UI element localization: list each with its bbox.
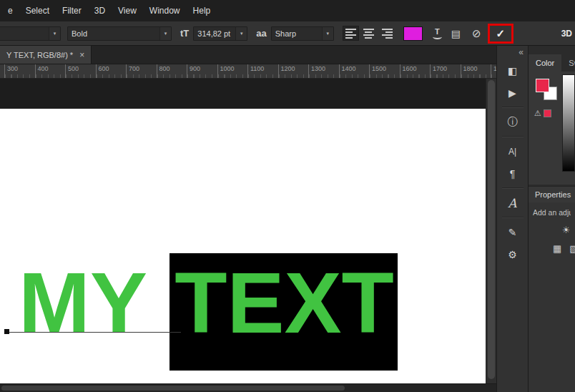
ruler-label: 1400: [339, 64, 370, 78]
foreground-background-swatches: [536, 79, 560, 103]
paragraph-panel-icon[interactable]: ¶: [501, 164, 525, 183]
main-content: Y TEXT, RGB/8#) * × 30040050060070080090…: [0, 46, 575, 392]
panel-tab-color[interactable]: Color: [529, 54, 561, 72]
actions-panel-icon[interactable]: ▶: [501, 83, 525, 102]
menu-item[interactable]: Window: [143, 0, 187, 21]
text-tool-options-bar: ▾ Bold ▾ tT 314,82 pt ▾ aa Sharp ▾ T ▤ ⊘…: [0, 21, 575, 46]
info-panel-icon[interactable]: ⓘ: [501, 112, 525, 132]
ruler-label: 1700: [430, 64, 461, 78]
horizontal-ruler: 3004005006007008009001000110012001300140…: [0, 64, 496, 79]
document-tab-title: Y TEXT, RGB/8#) *: [6, 51, 73, 59]
menu-item[interactable]: Help: [187, 0, 217, 21]
align-left-button[interactable]: [343, 26, 359, 41]
color-panel: ⚠: [529, 72, 575, 185]
commit-edits-button[interactable]: ✓: [496, 27, 506, 40]
gamut-closest-color-swatch[interactable]: [544, 109, 551, 117]
curves-icon[interactable]: ▧: [569, 242, 575, 254]
divider: [502, 136, 524, 137]
ruler-label: 1300: [308, 64, 339, 78]
ruler-label: 1500: [369, 64, 400, 78]
ruler-label: 800: [157, 64, 187, 78]
annotation-highlight-box: ✓: [488, 24, 514, 44]
document-column: Y TEXT, RGB/8#) * × 30040050060070080090…: [0, 46, 496, 392]
align-center-button[interactable]: [360, 26, 377, 41]
expand-panels-icon[interactable]: «: [497, 47, 528, 59]
text-unselected: MY: [19, 255, 169, 351]
chevron-down-icon: ▾: [49, 27, 60, 40]
ruler-label: 900: [187, 64, 217, 78]
ruler-label: 400: [35, 64, 66, 78]
chevron-down-icon: ▾: [159, 27, 171, 40]
font-family-dropdown[interactable]: ▾: [0, 26, 61, 41]
canvas-area[interactable]: MY TEXT: [0, 79, 486, 383]
close-icon[interactable]: ×: [79, 50, 84, 60]
ruler-label: 1100: [247, 64, 278, 78]
font-style-dropdown[interactable]: Bold ▾: [67, 26, 172, 41]
font-size-dropdown[interactable]: 314,82 pt ▾: [193, 26, 247, 41]
photoshop-window: eSelectFilter3DViewWindowHelp ▾ Bold ▾ t…: [0, 0, 575, 392]
font-size-icon: tT: [180, 28, 189, 39]
panel-tab-bar: ColorSw: [529, 54, 575, 72]
document-tab[interactable]: Y TEXT, RGB/8#) * ×: [0, 46, 92, 64]
menu-item[interactable]: e: [1, 0, 19, 21]
adjustments-panel-icon[interactable]: ◧: [501, 61, 525, 80]
panel-icon-strip: « ◧▶ⓘA|¶A✎⚙: [496, 46, 528, 392]
clone-source-panel-icon[interactable]: ⚙: [501, 245, 525, 264]
text-baseline-indicator: [6, 332, 181, 333]
panels-column: ColorSw ⚠ Properties Add an adjus ☀: [528, 46, 575, 392]
anti-alias-icon: aa: [256, 28, 266, 39]
character-panel-icon[interactable]: A|: [501, 142, 525, 161]
ruler-label: 1000: [217, 64, 248, 78]
document-tab-bar: Y TEXT, RGB/8#) * ×: [0, 46, 496, 64]
editing-text-layer[interactable]: MY TEXT: [19, 245, 398, 360]
cancel-edits-button[interactable]: ⊘: [472, 27, 481, 40]
menu-item[interactable]: Select: [19, 0, 56, 21]
panel-tab-swatches[interactable]: Sw: [561, 54, 575, 72]
text-color-swatch[interactable]: [403, 26, 423, 41]
divider: [502, 217, 524, 218]
text-baseline-handle[interactable]: [4, 329, 9, 334]
menu-item[interactable]: 3D: [88, 0, 112, 21]
levels-icon[interactable]: ▦: [553, 242, 561, 254]
horizontal-scrollbar-thumb[interactable]: [1, 386, 345, 391]
toggle-character-paragraph-panels-icon[interactable]: ▤: [451, 28, 461, 39]
gamut-warning-group: ⚠: [534, 109, 551, 118]
ruler-label: 1600: [400, 64, 431, 78]
text-selected-highlight: TEXT: [169, 253, 398, 371]
anti-alias-dropdown[interactable]: Sharp ▾: [271, 26, 334, 41]
menu-item[interactable]: Filter: [56, 0, 88, 21]
text-align-group: [343, 26, 395, 41]
brightness-contrast-icon[interactable]: ☀: [561, 224, 571, 235]
ruler-label: 600: [96, 64, 127, 78]
workspace-switcher[interactable]: 3D: [561, 29, 573, 39]
font-style-value: Bold: [68, 29, 159, 38]
vertical-scrollbar[interactable]: [486, 79, 496, 383]
vertical-scrollbar-thumb[interactable]: [488, 80, 495, 379]
font-size-value: 314,82 pt: [194, 29, 235, 38]
glyphs-panel-icon[interactable]: A: [501, 193, 525, 212]
ruler-label: 1200: [278, 64, 309, 78]
anti-alias-value: Sharp: [272, 29, 322, 38]
horizontal-scrollbar[interactable]: [0, 383, 496, 392]
warp-text-icon[interactable]: T: [433, 28, 442, 39]
divider: [502, 107, 524, 108]
divider: [502, 187, 524, 189]
chevron-down-icon: ▾: [235, 27, 247, 40]
ruler-label: 700: [126, 64, 157, 78]
add-adjustment-label: Add an adjus: [533, 208, 571, 217]
properties-panel-header: Properties: [529, 186, 575, 202]
properties-panel-body: Add an adjus ☀ ▦▧: [529, 202, 575, 392]
brush-settings-panel-icon[interactable]: ✎: [501, 222, 525, 242]
ruler-label: 1800: [461, 64, 491, 78]
align-right-button[interactable]: [378, 26, 395, 41]
gamut-warning-icon[interactable]: ⚠: [534, 109, 541, 118]
ruler-label: 1900: [491, 64, 496, 78]
ruler-label: 300: [4, 64, 35, 78]
color-ramp[interactable]: [562, 74, 575, 172]
chevron-down-icon: ▾: [322, 27, 333, 40]
foreground-color-swatch[interactable]: [536, 79, 549, 92]
menu-item[interactable]: View: [112, 0, 143, 21]
ruler-label: 500: [65, 64, 96, 78]
menu-bar: eSelectFilter3DViewWindowHelp: [0, 0, 575, 21]
